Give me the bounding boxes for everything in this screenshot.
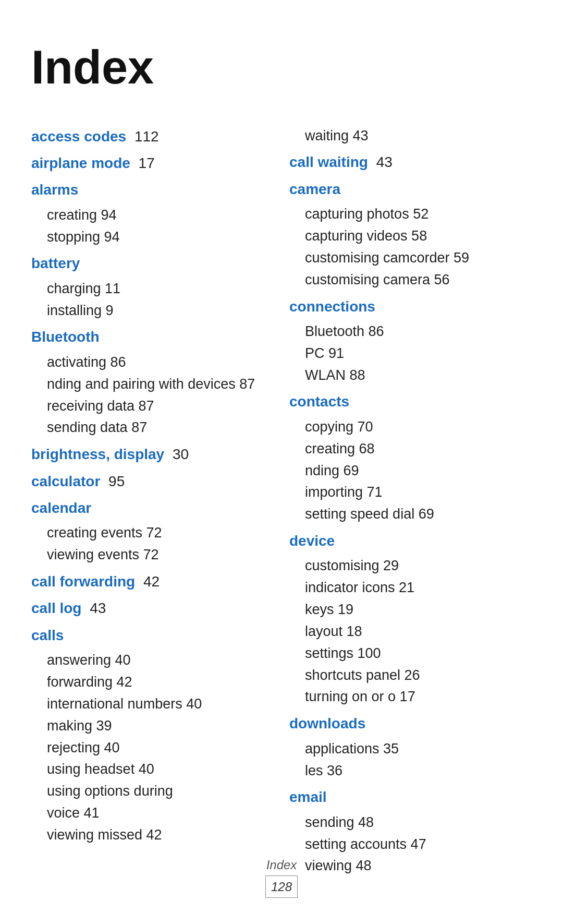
term-entry: airplane mode 17 [31,152,274,174]
left-column: access codes 112airplane mode 17alarmscr… [31,125,289,882]
index-section: calculator 95 [31,470,274,493]
sub-entry: capturing photos 52 [289,203,532,225]
sub-entry: layout 18 [289,621,532,643]
index-section: batterycharging 11installing 9 [31,252,274,321]
sub-entry: receiving data 87 [31,395,274,417]
index-section: devicecustomising 29indicator icons 21ke… [289,530,532,708]
index-columns: access codes 112airplane mode 17alarmscr… [31,125,532,882]
index-section: airplane mode 17 [31,152,274,174]
index-section: call log 43 [31,597,274,619]
index-section: access codes 112 [31,125,274,148]
sub-entry: charging 11 [31,278,274,300]
sub-entry: WLAN 88 [289,365,532,387]
sub-entry: setting speed dial 69 [289,503,532,525]
index-section: call forwarding 42 [31,570,274,593]
term-entry: calendar [31,497,274,519]
sub-entry: creating events 72 [31,522,274,544]
sub-entry: nding 69 [289,460,532,482]
term-entry: Bluetooth [31,326,274,348]
sub-entry: settings 100 [289,643,532,665]
term-entry: access codes 112 [31,125,274,148]
sub-entry: voice 41 [31,802,274,824]
sub-entry: PC 91 [289,343,532,365]
sub-entry: applications 35 [289,738,532,760]
sub-entry: activating 86 [31,352,274,374]
sub-entry: Bluetooth 86 [289,321,532,343]
sub-entry: copying 70 [289,416,532,438]
index-section: calendarcreating events 72viewing events… [31,497,274,566]
index-section: alarmscreating 94stopping 94 [31,178,274,248]
sub-entry: importing 71 [289,482,532,503]
footer-label: Index [0,855,563,874]
sub-entry: creating 68 [289,438,532,460]
sub-entry: making 39 [31,715,274,737]
index-section: callsanswering 40forwarding 42internatio… [31,624,274,846]
term-entry: battery [31,252,274,274]
index-section: contactscopying 70creating 68nding 69imp… [289,390,532,525]
index-section: call waiting 43 [289,151,532,173]
index-section: connectionsBluetooth 86PC 91WLAN 88 [289,295,532,387]
sub-entry: customising camcorder 59 [289,247,532,269]
sub-entry: installing 9 [31,300,274,322]
sub-entry: waiting 43 [289,125,532,147]
sub-entry: viewing missed 42 [31,824,274,846]
sub-entry: rejecting 40 [31,737,274,759]
term-entry: alarms [31,178,274,201]
term-entry: downloads [289,712,532,735]
sub-entry: answering 40 [31,650,274,671]
sub-entry: keys 19 [289,599,532,621]
sub-entry: using options during [31,781,274,802]
sub-entry: using headset 40 [31,759,274,781]
index-section: waiting 43 [289,125,532,147]
sub-entry: viewing events 72 [31,544,274,566]
term-entry: email [289,786,532,808]
term-entry: contacts [289,390,532,413]
index-section: downloadsapplications 35les 36 [289,712,532,782]
sub-entry: sending 48 [289,812,532,834]
page-title: Index [31,31,532,104]
sub-entry: creating 94 [31,205,274,226]
sub-entry: stopping 94 [31,226,274,248]
sub-entry: forwarding 42 [31,671,274,693]
term-entry: call waiting 43 [289,151,532,173]
sub-entry: nding and pairing with devices 87 [31,374,274,395]
index-section: brightness, display 30 [31,443,274,465]
sub-entry: capturing videos 58 [289,225,532,247]
right-column: waiting 43call waiting 43cameracapturing… [289,125,532,882]
footer: Index 128 [0,855,563,898]
sub-entry: sending data 87 [31,417,274,439]
term-entry: calls [31,624,274,646]
sub-entry: customising 29 [289,555,532,577]
index-section: Bluetoothactivating 86nding and pairing … [31,326,274,439]
sub-entry: shortcuts panel 26 [289,665,532,687]
sub-entry: indicator icons 21 [289,577,532,599]
term-entry: calculator 95 [31,470,274,493]
sub-entry: setting accounts 47 [289,834,532,856]
term-entry: brightness, display 30 [31,443,274,465]
index-section: cameracapturing photos 52capturing video… [289,178,532,291]
sub-entry: international numbers 40 [31,693,274,715]
footer-page: 128 [265,875,298,898]
term-entry: call log 43 [31,597,274,619]
sub-entry: les 36 [289,760,532,782]
term-entry: camera [289,178,532,200]
term-entry: device [289,530,532,552]
term-entry: connections [289,295,532,318]
term-entry: call forwarding 42 [31,570,274,593]
sub-entry: customising camera 56 [289,269,532,291]
sub-entry: turning on or o 17 [289,686,532,708]
